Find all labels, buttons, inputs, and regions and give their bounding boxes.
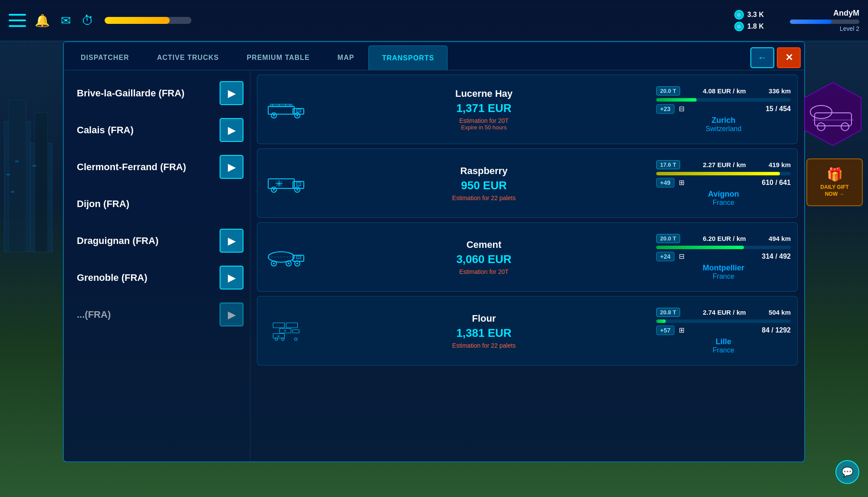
- slots-info-2: 610 / 641: [689, 179, 791, 187]
- progress-bar-3: [656, 246, 791, 249]
- city-arrow-draguignan[interactable]: ▶: [220, 229, 243, 253]
- currency-row-2: ◎ 1.8 K: [734, 22, 764, 31]
- tab-dispatcher[interactable]: DISPATCHER: [67, 46, 143, 70]
- bonus-badge-4: +57: [656, 326, 674, 335]
- stats-top-2: 17.6 T 2.27 EUR / km 419 km: [656, 160, 791, 169]
- truck-svg-3: [266, 247, 309, 267]
- dest-country-4: France: [656, 346, 791, 354]
- transport-card-1: Lucerne Hay 1,371 EUR Estimation for 20T…: [257, 75, 798, 144]
- dest-country-3: France: [656, 273, 791, 280]
- svg-point-29: [273, 189, 275, 191]
- progress-fill-4: [656, 319, 666, 323]
- tab-transports[interactable]: TRANSPORTS: [368, 46, 447, 70]
- bonus-badge-3: +24: [656, 252, 674, 261]
- dest-city-2: Avignon: [656, 190, 791, 199]
- svg-rect-15: [296, 109, 301, 112]
- city-item-draguignan[interactable]: Draguignan (FRA) ▶: [64, 222, 250, 259]
- progress-bar-2: [656, 172, 791, 175]
- close-button[interactable]: ✕: [777, 47, 801, 68]
- truck-icon-3: [264, 247, 312, 267]
- xp-bar: [105, 17, 191, 24]
- rate-info-2: 2.27 EUR / km: [703, 161, 746, 168]
- daily-gift-button[interactable]: 🎁 DAILY GIFTNOW →: [806, 158, 863, 206]
- back-button[interactable]: ←: [750, 47, 774, 68]
- dest-city-3: Montpellier: [656, 263, 791, 273]
- svg-rect-3: [35, 113, 48, 252]
- transport-price-3: 3,060 EUR: [320, 253, 648, 266]
- city-name-calais: Calais (FRA): [77, 125, 134, 136]
- distance-info-2: 419 km: [769, 161, 791, 168]
- tab-map[interactable]: MAP: [324, 46, 368, 70]
- transport-est-4: Estimation for 22 palets: [320, 342, 648, 349]
- svg-rect-43: [286, 323, 297, 327]
- city-item-partial[interactable]: ...(FRA) ▶: [64, 296, 250, 333]
- transport-name-2: Raspberry: [320, 165, 648, 177]
- transport-stats-1: 20.0 T 4.08 EUR / km 336 km +23 ⊟ 15 / 4…: [656, 86, 791, 133]
- player-level-text: Level 2: [840, 25, 859, 32]
- hud-icons: 🔔 ✉ ⏱: [35, 13, 726, 28]
- transport-est-2: Estimation for 22 palets: [320, 194, 648, 201]
- svg-point-41: [296, 263, 298, 264]
- svg-rect-45: [293, 329, 299, 333]
- player-level-bar: [790, 20, 859, 24]
- rate-info-1: 4.08 EUR / km: [703, 87, 746, 95]
- city-arrow-brive[interactable]: ▶: [220, 81, 243, 105]
- svg-rect-59: [812, 119, 854, 121]
- clock-icon[interactable]: ⏱: [82, 13, 94, 28]
- svg-rect-5: [15, 161, 19, 162]
- city-left-deco: [0, 35, 69, 339]
- city-item-brive[interactable]: Brive-la-Gaillarde (FRA) ▶: [64, 75, 250, 112]
- mail-icon[interactable]: ✉: [61, 13, 71, 28]
- svg-point-37: [273, 263, 275, 264]
- slot-icon-3: ⊟: [679, 252, 684, 260]
- city-arrow-partial[interactable]: ▶: [220, 303, 243, 326]
- svg-point-31: [296, 189, 298, 191]
- svg-rect-1: [9, 100, 26, 252]
- menu-button[interactable]: [9, 14, 26, 27]
- currency1-value: 3.3 K: [747, 11, 764, 19]
- tab-premium-table[interactable]: PREMIUM TABLE: [233, 46, 323, 70]
- chat-button[interactable]: 💬: [835, 460, 859, 484]
- transport-list: Lucerne Hay 1,371 EUR Estimation for 20T…: [250, 70, 804, 461]
- car-promo-hex: [802, 80, 865, 152]
- city-arrow-clermont[interactable]: ▶: [220, 155, 243, 179]
- currency-row-1: ◎ 3.3 K: [734, 10, 764, 20]
- city-name-partial: ...(FRA): [77, 309, 111, 320]
- top-hud: 🔔 ✉ ⏱ ◎ 3.3 K ◎ 1.8 K AndyM Level 2: [0, 0, 868, 41]
- city-name-clermont: Clermont-Ferrand (FRA): [77, 161, 186, 173]
- city-arrow-grenoble[interactable]: ▶: [220, 266, 243, 290]
- svg-rect-6: [11, 191, 14, 193]
- transport-stats-4: 20.8 T 2.74 EUR / km 504 km +57 ⊞ 84 / 1…: [656, 308, 791, 354]
- progress-bar-4: [656, 319, 791, 323]
- city-arrow-calais[interactable]: ▶: [220, 118, 243, 142]
- xp-bar-container: [105, 17, 191, 24]
- transport-est-3: Estimation for 20T: [320, 268, 648, 275]
- city-item-clermont[interactable]: Clermont-Ferrand (FRA) ▶: [64, 148, 250, 185]
- destination-4: Lille France: [656, 337, 791, 354]
- truck-icon-2: [264, 174, 312, 193]
- currency1-icon: ◎: [734, 10, 744, 20]
- svg-point-39: [288, 263, 289, 264]
- svg-rect-4: [7, 174, 10, 175]
- dest-country-1: Switzerland: [656, 125, 791, 133]
- notification-icon[interactable]: 🔔: [35, 13, 50, 28]
- truck-svg-2: [266, 174, 309, 193]
- slot-icon-1: ⊟: [679, 105, 684, 113]
- progress-fill-1: [656, 98, 697, 102]
- svg-rect-7: [33, 165, 36, 167]
- city-item-dijon[interactable]: Dijon (FRA): [64, 185, 250, 222]
- currency2-icon: ◎: [734, 22, 744, 31]
- distance-info-4: 504 km: [769, 309, 791, 316]
- city-item-calais[interactable]: Calais (FRA) ▶: [64, 112, 250, 148]
- stats-mid-4: +57 ⊞ 84 / 1292: [656, 326, 791, 335]
- city-item-grenoble[interactable]: Grenoble (FRA) ▶: [64, 259, 250, 296]
- city-name-grenoble: Grenoble (FRA): [77, 272, 148, 283]
- slot-icon-2: ⊞: [679, 178, 684, 187]
- transport-card-3: Cement 3,060 EUR Estimation for 20T 20.0…: [257, 222, 798, 292]
- transport-card-4: Flour 1,381 EUR Estimation for 22 palets…: [257, 296, 798, 365]
- truck-svg-1: [266, 100, 309, 119]
- daily-gift-label: DAILY GIFTNOW →: [820, 184, 848, 197]
- city-name-draguignan: Draguignan (FRA): [77, 235, 158, 247]
- svg-marker-54: [805, 82, 861, 145]
- tab-active-trucks[interactable]: ACTIVE TRUCKS: [144, 46, 233, 70]
